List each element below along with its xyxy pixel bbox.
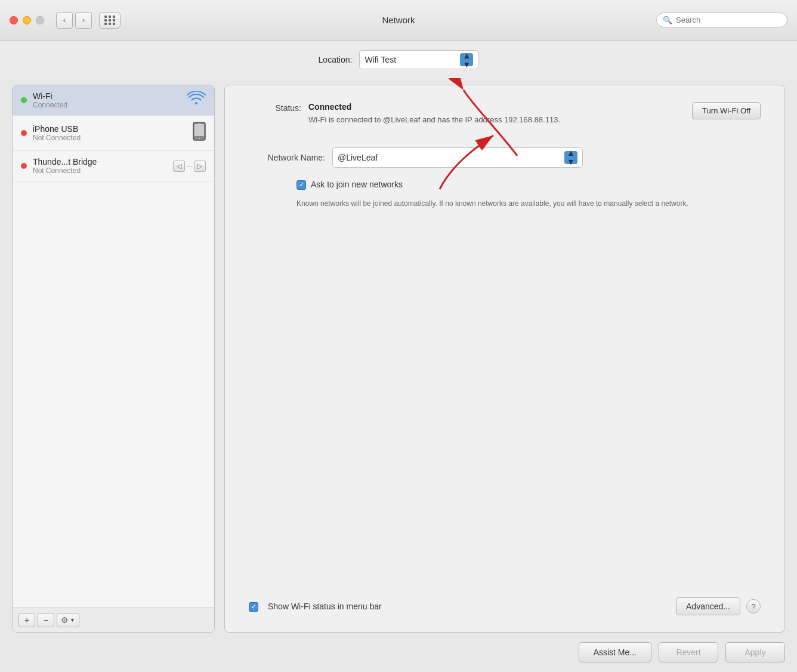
add-network-button[interactable]: +	[18, 613, 35, 627]
location-select[interactable]: Wifi Test ▲ ▼	[359, 50, 478, 69]
sidebar: Wi-Fi Connected iPhone USB No	[12, 85, 215, 633]
status-dot-green	[21, 97, 27, 103]
traffic-lights	[10, 16, 44, 24]
bridge-left-btn: ◁	[173, 161, 185, 172]
sidebar-item-thunderbolt[interactable]: Thunde...t Bridge Not Connected ◁ ··· ▷	[13, 151, 214, 181]
network-name-row: Network Name: @LiveLeaf ▲ ▼	[249, 147, 761, 168]
gear-button[interactable]: ⚙ ▼	[57, 613, 79, 627]
item-status-bridge: Not Connected	[33, 167, 167, 175]
turn-wifi-button[interactable]: Turn Wi-Fi Off	[692, 102, 761, 119]
bottom-row: ✓ Show Wi-Fi status in menu bar Advanced…	[249, 585, 761, 615]
sidebar-item-wifi[interactable]: Wi-Fi Connected	[13, 85, 214, 116]
back-button[interactable]: ‹	[56, 12, 73, 29]
status-label: Status:	[249, 102, 308, 113]
location-bar: Location: Wifi Test ▲ ▼	[0, 41, 797, 79]
search-icon: 🔍	[663, 16, 672, 24]
titlebar: ‹ › Network 🔍	[0, 0, 797, 41]
status-row: Status: Connected Wi-Fi is connected to …	[249, 102, 761, 126]
show-wifi-checkbox[interactable]: ✓	[249, 602, 258, 612]
gear-icon: ⚙	[61, 615, 69, 625]
grid-icon	[104, 16, 116, 25]
revert-button[interactable]: Revert	[659, 642, 718, 662]
item-info-iphone: iPhone USB Not Connected	[33, 124, 187, 142]
show-wifi-label: Show Wi-Fi status in menu bar	[268, 602, 382, 611]
right-panel: Status: Connected Wi-Fi is connected to …	[224, 85, 785, 633]
show-wifi-checkmark: ✓	[251, 603, 257, 610]
ask-join-checkbox[interactable]: ✓	[296, 180, 306, 190]
wifi-icon	[187, 91, 206, 109]
ask-join-row: ✓ Ask to join new networks	[249, 180, 761, 190]
svg-rect-1	[194, 124, 204, 136]
advanced-button[interactable]: Advanced...	[676, 597, 740, 615]
network-name-select[interactable]: @LiveLeaf ▲ ▼	[332, 147, 583, 168]
location-stepper[interactable]: ▲ ▼	[460, 53, 473, 66]
svg-rect-3	[197, 123, 201, 124]
forward-button[interactable]: ›	[75, 12, 92, 29]
sidebar-item-iphone-usb[interactable]: iPhone USB Not Connected	[13, 116, 214, 151]
close-button[interactable]	[10, 16, 18, 24]
item-status-iphone: Not Connected	[33, 134, 187, 142]
search-box[interactable]: 🔍	[656, 13, 787, 27]
window-title: Network	[382, 15, 415, 25]
help-button[interactable]: ?	[746, 599, 761, 614]
sidebar-footer: + − ⚙ ▼	[13, 608, 214, 632]
phone-icon	[193, 122, 206, 144]
main-content: Wi-Fi Connected iPhone USB No	[0, 79, 797, 633]
search-input[interactable]	[676, 16, 781, 24]
item-name-iphone: iPhone USB	[33, 124, 187, 134]
item-name-wifi: Wi-Fi	[33, 91, 181, 101]
ask-join-label: Ask to join new networks	[311, 180, 403, 189]
fullscreen-button[interactable]	[36, 16, 44, 24]
status-value: Connected	[308, 102, 692, 112]
item-info-bridge: Thunde...t Bridge Not Connected	[33, 157, 167, 175]
gear-chevron: ▼	[70, 617, 75, 623]
status-dot-red-iphone	[21, 130, 27, 136]
minimize-button[interactable]	[23, 16, 31, 24]
nav-buttons: ‹ ›	[56, 12, 92, 29]
action-bar: Assist Me... Revert Apply	[0, 633, 797, 672]
status-description: Wi-Fi is connected to @LiveLeaf and has …	[308, 114, 692, 126]
bridge-right-btn: ▷	[194, 161, 206, 172]
remove-network-button[interactable]: −	[38, 613, 54, 627]
checkmark-icon: ✓	[299, 181, 304, 188]
status-dot-red-bridge	[21, 163, 27, 169]
svg-point-2	[199, 138, 200, 140]
network-name-stepper[interactable]: ▲ ▼	[564, 151, 577, 164]
assist-me-button[interactable]: Assist Me...	[579, 642, 651, 662]
grid-button[interactable]	[99, 12, 121, 29]
item-name-bridge: Thunde...t Bridge	[33, 157, 167, 167]
show-wifi-row[interactable]: ✓ Show Wi-Fi status in menu bar	[249, 602, 382, 612]
item-status-wifi: Connected	[33, 101, 181, 109]
network-name-value: @LiveLeaf	[338, 153, 564, 162]
network-name-label: Network Name:	[249, 153, 332, 162]
apply-button[interactable]: Apply	[725, 642, 785, 662]
ask-join-description: Known networks will be joined automatica…	[249, 198, 761, 209]
item-info-wifi: Wi-Fi Connected	[33, 91, 181, 109]
bridge-icon: ◁ ··· ▷	[173, 161, 206, 172]
sidebar-list: Wi-Fi Connected iPhone USB No	[13, 85, 214, 608]
location-value: Wifi Test	[364, 55, 456, 64]
location-label: Location:	[319, 55, 353, 64]
status-block: Connected Wi-Fi is connected to @LiveLea…	[308, 102, 692, 126]
